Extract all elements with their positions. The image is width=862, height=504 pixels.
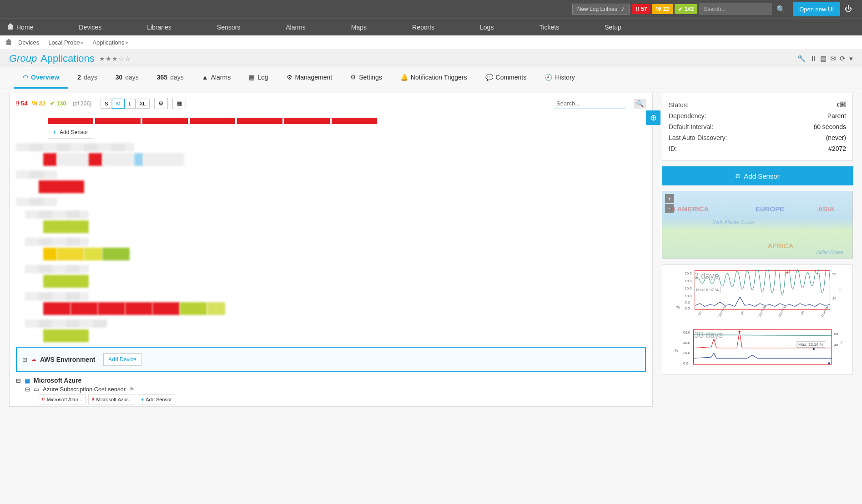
nav-setup[interactable]: Setup bbox=[595, 19, 630, 35]
panel-grid-icon[interactable]: ▦ bbox=[172, 98, 186, 109]
sensor-block[interactable] bbox=[89, 153, 102, 166]
add-sensor-chip[interactable]: +Add Sensor bbox=[138, 394, 175, 404]
azure-group[interactable]: ⊟ ▦ Microsoft Azure bbox=[16, 377, 646, 384]
sensor-block[interactable] bbox=[98, 302, 125, 315]
qr-icon[interactable]: ▩ bbox=[839, 100, 846, 108]
tab-overview[interactable]: ◠Overview bbox=[14, 67, 68, 89]
nav-maps[interactable]: Maps bbox=[342, 19, 376, 35]
favorite-stars[interactable]: ★★★☆☆ bbox=[99, 55, 131, 62]
tab-settings[interactable]: ⚙Settings bbox=[341, 67, 391, 89]
chart-2days[interactable]: 2 days Max: 9.07 % % 25.0 20.0 15.0 10.0… bbox=[667, 269, 848, 319]
sensor-block[interactable] bbox=[95, 118, 141, 124]
wrench-icon[interactable]: 🔧 bbox=[797, 55, 806, 63]
size-s[interactable]: S bbox=[101, 99, 112, 109]
sensor-block[interactable] bbox=[143, 153, 184, 166]
svg-text:20.0: 20.0 bbox=[685, 279, 692, 283]
add-sensor-inline[interactable]: + Add Sensor bbox=[48, 126, 93, 139]
sensor-block[interactable] bbox=[237, 118, 282, 124]
azure-device[interactable]: ⊟ ▭ Azure Subscription Cost sensor ⚑ bbox=[25, 386, 646, 393]
sensor-block[interactable] bbox=[43, 275, 89, 288]
sensor-chip[interactable]: ‼Microsoft Azur... bbox=[39, 394, 86, 404]
crumb-local-probe[interactable]: Local Probe bbox=[45, 38, 86, 47]
add-sensor-button[interactable]: ⊕ Add Sensor bbox=[662, 166, 853, 185]
nav-logs[interactable]: Logs bbox=[471, 19, 503, 35]
flag-icon[interactable]: ⚑ bbox=[129, 386, 135, 393]
panel-settings-icon[interactable]: ⚙ bbox=[154, 98, 168, 109]
search-icon[interactable]: 🔍 bbox=[772, 2, 790, 16]
open-new-ui-button[interactable]: Open new UI bbox=[793, 2, 840, 16]
mail-icon[interactable]: ✉ bbox=[830, 55, 836, 63]
tab-comments[interactable]: 💬Comments bbox=[476, 67, 536, 89]
tab-30days[interactable]: 30days bbox=[106, 67, 148, 89]
sensor-block[interactable] bbox=[134, 153, 143, 166]
sensor-block[interactable] bbox=[207, 302, 225, 315]
nav-reports[interactable]: Reports bbox=[403, 19, 444, 35]
sensor-block[interactable] bbox=[43, 220, 89, 233]
sensor-block[interactable] bbox=[142, 118, 188, 124]
add-device-button[interactable]: Add Device bbox=[103, 353, 141, 366]
status-warn-badge[interactable]: W22 bbox=[652, 4, 673, 14]
sensor-block[interactable] bbox=[39, 180, 84, 193]
new-log-entries-badge[interactable]: New Log Entries 7 bbox=[572, 4, 630, 15]
breadcrumb-home-icon[interactable] bbox=[5, 39, 12, 46]
caret-down-icon[interactable]: ▾ bbox=[849, 55, 853, 63]
tab-alarms[interactable]: ▲Alarms bbox=[193, 67, 240, 89]
nav-sensors[interactable]: Sensors bbox=[208, 19, 249, 35]
sensor-block[interactable] bbox=[332, 118, 377, 124]
crumb-devices[interactable]: Devices bbox=[15, 38, 42, 47]
sensor-block[interactable] bbox=[43, 248, 57, 260]
sensor-chip[interactable]: ‼Microsoft Azur... bbox=[88, 394, 135, 404]
sensor-block[interactable] bbox=[84, 248, 102, 260]
aws-environment-group[interactable]: ⊟ ☁ AWS Environment Add Device bbox=[16, 347, 646, 372]
expand-icon[interactable]: ⊟ bbox=[16, 377, 21, 384]
global-search-input[interactable] bbox=[699, 3, 772, 15]
status-down-badge[interactable]: ‼57 bbox=[632, 4, 651, 14]
sensor-block[interactable] bbox=[43, 329, 89, 342]
pause-icon[interactable]: ⏸ bbox=[810, 55, 817, 63]
sensor-block[interactable] bbox=[57, 248, 84, 260]
nav-devices[interactable]: Devices bbox=[70, 19, 111, 35]
crumb-applications[interactable]: Applications bbox=[90, 38, 131, 47]
sensor-block[interactable] bbox=[180, 302, 207, 315]
tab-365days[interactable]: 365days bbox=[148, 67, 193, 89]
sensor-block[interactable] bbox=[284, 118, 330, 124]
panel-down-count[interactable]: ‼54 bbox=[16, 100, 27, 107]
sensor-block[interactable] bbox=[57, 153, 89, 166]
nav-home[interactable]: Home bbox=[5, 19, 42, 35]
panel-search-input[interactable] bbox=[554, 98, 626, 109]
panel-up-count[interactable]: ✔130 bbox=[50, 100, 66, 107]
size-l[interactable]: L bbox=[125, 99, 136, 109]
tab-management[interactable]: ⚙Management bbox=[277, 67, 342, 89]
tab-log[interactable]: ▤Log bbox=[240, 67, 277, 89]
nav-alarms[interactable]: Alarms bbox=[277, 19, 315, 35]
sensor-block[interactable] bbox=[48, 118, 93, 124]
sensor-block[interactable] bbox=[125, 302, 152, 315]
nav-libraries[interactable]: Libraries bbox=[138, 19, 181, 35]
chart-icon[interactable]: ▤ bbox=[820, 55, 827, 63]
expand-icon[interactable]: ⊟ bbox=[25, 386, 30, 393]
power-icon[interactable]: ⏻ bbox=[840, 2, 857, 16]
sensor-block[interactable] bbox=[43, 302, 71, 315]
info-interval-label: Default Interval: bbox=[669, 123, 713, 130]
tab-triggers[interactable]: 🔔Notification Triggers bbox=[391, 67, 476, 89]
expand-icon[interactable]: ⊟ bbox=[22, 356, 27, 363]
panel-warn-count[interactable]: W22 bbox=[32, 100, 45, 107]
chart-30days[interactable]: 30 days Max: 32.16 % % 60.0 40.0 20.0 0.… bbox=[667, 329, 848, 369]
status-up-badge[interactable]: ✔142 bbox=[675, 4, 697, 14]
sensor-block[interactable] bbox=[71, 302, 98, 315]
geo-map[interactable]: + − H AMERICA EUROPE ASIA AFRICA North A… bbox=[662, 191, 853, 259]
sensor-block[interactable] bbox=[102, 248, 130, 260]
panel-search-icon[interactable]: 🔍 bbox=[634, 99, 646, 109]
nav-tickets[interactable]: Tickets bbox=[530, 19, 568, 35]
map-zoom-in[interactable]: + bbox=[665, 194, 674, 203]
svg-text:60: 60 bbox=[834, 332, 838, 336]
sensor-block[interactable] bbox=[102, 153, 134, 166]
sensor-block[interactable] bbox=[190, 118, 235, 124]
sensor-block[interactable] bbox=[43, 153, 57, 166]
sensor-block[interactable] bbox=[152, 302, 180, 315]
refresh-icon[interactable]: ⟳ bbox=[840, 55, 846, 63]
tab-history[interactable]: 🕘History bbox=[535, 67, 584, 89]
size-m[interactable]: M bbox=[112, 99, 124, 109]
tab-2days[interactable]: 2days bbox=[68, 67, 106, 89]
size-xl[interactable]: XL bbox=[136, 99, 150, 109]
